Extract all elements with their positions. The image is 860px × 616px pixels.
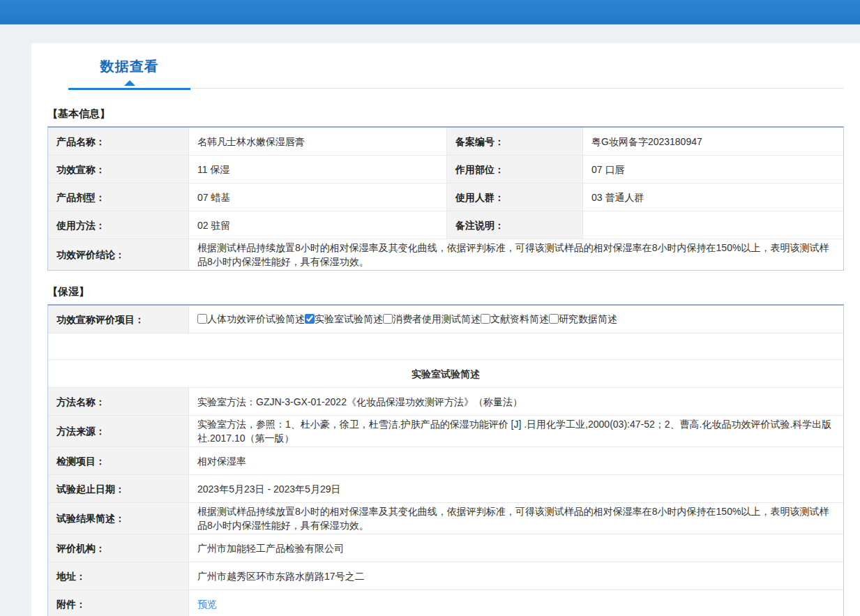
field-label-user-group: 使用人群：: [447, 183, 583, 211]
field-value-eval-items: 人体功效评价试验简述 实验室试验简述 消费者使用测试简述 文献资料简述: [189, 306, 843, 333]
moisturizing-table: 功效宣称评价项目： 人体功效评价试验简述 实验室试验简述: [47, 304, 844, 616]
top-header-bar: [0, 0, 860, 24]
checkbox-item-literature[interactable]: 文献资料简述: [481, 312, 549, 326]
section-title-moisturizing: 【保湿】: [47, 285, 844, 299]
attachment-preview-link[interactable]: 预览: [197, 599, 217, 610]
table-row: 功效宣称： 11 保湿 作用部位： 07 口唇: [48, 156, 843, 183]
field-value-attachment: 预览: [189, 590, 843, 616]
active-tab-arrow-icon: [124, 80, 135, 86]
checkbox-label: 研究数据简述: [559, 312, 617, 326]
subsection-title-row: 实验室试验简述: [48, 360, 843, 388]
laboratory-test-checkbox[interactable]: [305, 314, 315, 324]
field-label-remarks: 备注说明：: [447, 211, 583, 239]
field-value-test-item: 相对保湿率: [189, 447, 843, 475]
table-row: 产品剂型： 07 蜡基 使用人群： 03 普通人群: [48, 183, 843, 211]
section-title-basic-info: 【基本信息】: [47, 107, 844, 121]
field-value-application-site: 07 口唇: [583, 156, 843, 183]
table-row: 附件： 预览: [48, 590, 843, 616]
field-value-method-name: 实验室方法：GZJN-3-GX-01-2022《化妆品保湿功效测评方法》（称量法…: [189, 388, 843, 416]
field-value-user-group: 03 普通人群: [583, 183, 843, 211]
basic-info-table: 产品名称： 名韩凡士林水嫩保湿唇膏 备案编号： 粤G妆网备字2023180947…: [47, 126, 844, 271]
table-row: 方法名称： 实验室方法：GZJN-3-GX-01-2022《化妆品保湿功效测评方…: [48, 388, 843, 416]
field-label-efficacy-claim: 功效宣称：: [48, 156, 189, 183]
table-row: 使用方法： 02 驻留 备注说明：: [48, 211, 843, 239]
field-value-usage-method: 02 驻留: [189, 211, 447, 239]
evaluation-checkbox-group: 人体功效评价试验简述 实验室试验简述 消费者使用测试简述 文献资料简述: [197, 312, 617, 326]
human-efficacy-checkbox[interactable]: [197, 314, 207, 324]
consumer-test-checkbox[interactable]: [383, 314, 393, 324]
field-label-record-number: 备案编号：: [447, 128, 583, 156]
table-row: 产品名称： 名韩凡士林水嫩保湿唇膏 备案编号： 粤G妆网备字2023180947: [48, 128, 843, 156]
spacer-row: [48, 333, 843, 360]
field-label-product-name: 产品名称：: [48, 128, 189, 156]
field-label-method-name: 方法名称：: [48, 388, 189, 416]
checkbox-label: 消费者使用测试简述: [393, 312, 481, 326]
table-row: 评价机构： 广州市加能轻工产品检验有限公司: [48, 534, 843, 562]
field-value-method-source: 实验室方法，参照：1、杜小豪，徐卫，杜雪洁.护肤产品的保湿功能评价 [J] .日…: [189, 416, 843, 447]
literature-checkbox[interactable]: [481, 314, 490, 324]
checkbox-item-human-efficacy[interactable]: 人体功效评价试验简述: [197, 312, 305, 326]
field-value-record-number: 粤G妆网备字2023180947: [583, 128, 843, 156]
field-value-test-dates: 2023年5月23日 - 2023年5月29日: [189, 475, 843, 503]
tab-data-view[interactable]: 数据查看: [68, 45, 190, 90]
table-row: 试验结果简述： 根据测试样品持续放置8小时的相对保湿率及其变化曲线，依据评判标准…: [48, 503, 843, 534]
checkbox-item-research-data[interactable]: 研究数据简述: [549, 312, 617, 326]
tab-bar: 数据查看: [47, 43, 844, 90]
table-row: 地址： 广州市越秀区环市东路水荫路17号之二: [48, 562, 843, 590]
checkbox-label: 实验室试验简述: [315, 312, 383, 326]
table-row: 试验起止日期： 2023年5月23日 - 2023年5月29日: [48, 475, 843, 503]
table-row: 方法来源： 实验室方法，参照：1、杜小豪，徐卫，杜雪洁.护肤产品的保湿功能评价 …: [48, 416, 843, 447]
lab-test-section-title: 实验室试验简述: [48, 360, 843, 388]
empty-cell: [48, 333, 843, 360]
field-label-test-item: 检测项目：: [48, 447, 189, 475]
field-value-efficacy-conclusion: 根据测试样品持续放置8小时的相对保湿率及其变化曲线，依据评判标准，可得该测试样品…: [189, 239, 843, 270]
checkbox-item-laboratory-test[interactable]: 实验室试验简述: [305, 312, 383, 326]
field-value-evaluation-agency: 广州市加能轻工产品检验有限公司: [189, 534, 843, 562]
field-label-test-result: 试验结果简述：: [48, 503, 189, 534]
table-row: 功效宣称评价项目： 人体功效评价试验简述 实验室试验简述: [48, 306, 843, 333]
field-label-attachment: 附件：: [48, 590, 189, 616]
research-data-checkbox[interactable]: [549, 314, 559, 324]
field-label-address: 地址：: [48, 562, 189, 590]
table-row: 检测项目： 相对保湿率: [48, 447, 843, 475]
checkbox-item-consumer-test[interactable]: 消费者使用测试简述: [383, 312, 481, 326]
field-label-method-source: 方法来源：: [48, 416, 189, 447]
field-label-efficacy-conclusion: 功效评价结论：: [48, 239, 189, 270]
content-panel: 数据查看 【基本信息】 产品名称： 名韩凡士林水嫩保湿唇膏 备案编号： 粤G妆网…: [31, 43, 860, 616]
field-value-product-name: 名韩凡士林水嫩保湿唇膏: [189, 128, 447, 156]
field-value-efficacy-claim: 11 保湿: [189, 156, 447, 183]
field-label-usage-method: 使用方法：: [48, 211, 189, 239]
field-value-test-result: 根据测试样品持续放置8小时的相对保湿率及其变化曲线，依据评判标准，可得该测试样品…: [189, 503, 843, 534]
field-value-formulation-type: 07 蜡基: [189, 183, 447, 211]
field-label-application-site: 作用部位：: [447, 156, 583, 183]
field-label-test-dates: 试验起止日期：: [48, 475, 189, 503]
tab-label: 数据查看: [100, 57, 159, 76]
field-label-formulation-type: 产品剂型：: [48, 183, 189, 211]
field-value-address: 广州市越秀区环市东路水荫路17号之二: [189, 562, 843, 590]
checkbox-label: 文献资料简述: [490, 312, 549, 326]
field-label-eval-items: 功效宣称评价项目：: [48, 306, 189, 333]
checkbox-label: 人体功效评价试验简述: [207, 312, 305, 326]
field-label-evaluation-agency: 评价机构：: [48, 534, 189, 562]
table-row: 功效评价结论： 根据测试样品持续放置8小时的相对保湿率及其变化曲线，依据评判标准…: [48, 239, 843, 270]
field-value-remarks: [583, 211, 843, 239]
